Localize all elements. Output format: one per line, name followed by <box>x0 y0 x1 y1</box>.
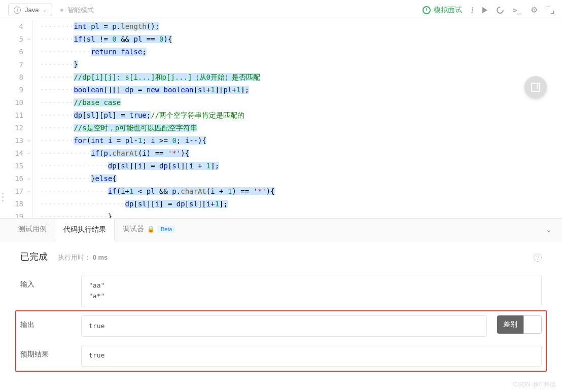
mock-interview-button[interactable]: 模拟面试 <box>423 6 462 15</box>
results-panel: 已完成 执行用时： 0 ms ? 输入 "aa" "a*" 输出 true 差别… <box>0 240 562 377</box>
collapse-button[interactable]: ⌄ <box>545 225 552 234</box>
runtime: 执行用时： 0 ms <box>58 253 108 262</box>
info-icon: i <box>14 7 21 14</box>
tab-testcase[interactable]: 测试用例 <box>10 218 55 240</box>
output-label: 输出 <box>20 315 71 330</box>
language-label: Java <box>25 6 39 14</box>
mode-indicator: 智能模式 <box>60 6 94 15</box>
expected-value: true <box>81 345 542 367</box>
expected-label: 预期结果 <box>20 345 71 359</box>
input-value: "aa" "a*" <box>81 275 542 307</box>
book-icon <box>531 83 540 92</box>
diff-toggle[interactable]: 差别 <box>497 315 542 334</box>
resize-handle[interactable] <box>2 193 4 201</box>
output-value: true <box>81 315 487 337</box>
reset-button[interactable] <box>495 5 505 15</box>
run-button[interactable] <box>482 7 487 13</box>
toggle-box[interactable] <box>523 315 542 334</box>
language-select[interactable]: i Java ⌄ <box>8 4 52 16</box>
tab-result[interactable]: 代码执行结果 <box>55 219 115 241</box>
input-row: 输入 "aa" "a*" <box>20 275 542 307</box>
notes-button[interactable] <box>524 76 547 98</box>
input-label: 输入 <box>20 275 71 289</box>
lock-icon: 🔒 <box>147 226 155 233</box>
code-editor[interactable]: 45678910111213141516171819 ········int p… <box>0 20 562 218</box>
tab-debugger[interactable]: 调试器 🔒 Beta <box>115 218 184 240</box>
watermark: CSDN @IT邦德 <box>513 380 556 389</box>
dot-icon <box>60 9 63 12</box>
chevron-down-icon: ⌄ <box>43 7 47 13</box>
status-text: 已完成 <box>20 251 48 263</box>
line-gutter: 45678910111213141516171819 <box>0 20 33 218</box>
status-row: 已完成 执行用时： 0 ms ? <box>20 251 542 263</box>
comparison-highlight: 输出 true 差别 预期结果 true <box>15 310 547 372</box>
help-icon[interactable]: ? <box>534 254 542 262</box>
toolbar-right: 模拟面试 i >_ ⚙ <box>423 5 554 15</box>
mode-label: 智能模式 <box>67 6 94 15</box>
code-content[interactable]: ········int pl = p.length();········if(s… <box>36 20 562 218</box>
diff-button[interactable]: 差别 <box>497 315 523 334</box>
mock-interview-label: 模拟面试 <box>434 6 462 15</box>
settings-button[interactable]: ⚙ <box>531 5 538 15</box>
toolbar: i Java ⌄ 智能模式 模拟面试 i >_ ⚙ <box>0 0 562 20</box>
beta-badge: Beta <box>158 226 175 233</box>
expected-row: 预期结果 true <box>20 345 542 367</box>
info-button[interactable]: i <box>471 6 473 15</box>
result-tabs: 测试用例 代码执行结果 调试器 🔒 Beta ⌄ <box>0 218 562 240</box>
fullscreen-button[interactable] <box>547 7 554 14</box>
clock-icon <box>423 6 431 14</box>
terminal-button[interactable]: >_ <box>513 6 521 14</box>
output-row: 输出 true 差别 <box>20 315 542 337</box>
